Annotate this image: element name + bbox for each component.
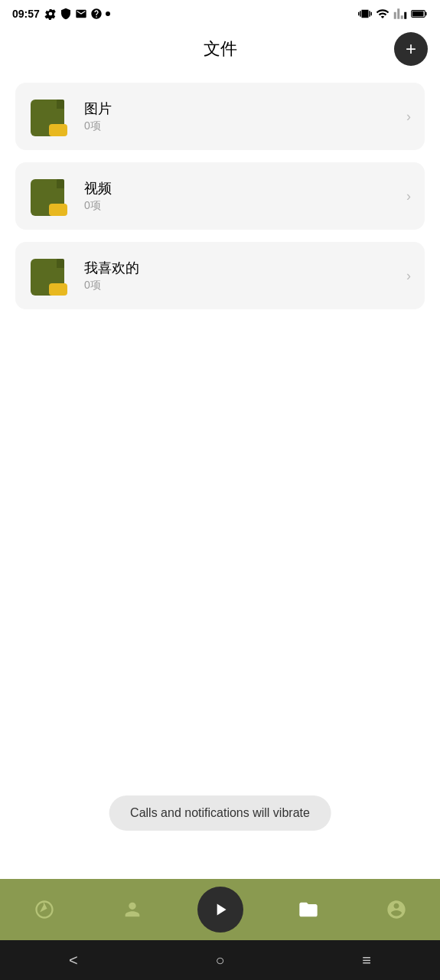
svg-rect-1 [425,12,426,15]
svg-rect-2 [412,11,424,17]
main-content: 图片 0项 › 视频 0项 › [0,70,440,879]
play-icon [210,900,230,920]
file-name-images: 图片 [84,100,400,118]
bottom-nav [0,879,440,940]
shield-icon [60,8,72,20]
help-icon [90,8,103,20]
folder-icon-images [29,95,69,139]
svg-rect-4 [57,100,64,109]
file-count-images: 0项 [84,119,400,133]
back-button[interactable]: < [54,945,93,975]
status-right-icons [358,7,428,21]
folder-icon-favorites [29,254,69,299]
vibrate-toast: Calls and notifications will vibrate [109,795,331,831]
compass-icon [34,899,55,920]
add-button[interactable]: + [394,32,428,66]
file-item-images[interactable]: 图片 0项 › [15,83,425,150]
svg-rect-7 [57,179,64,188]
page-header: 文件 + [0,28,440,70]
wifi-icon [376,7,389,21]
battery-icon [411,8,428,19]
contacts-icon [122,899,143,920]
nav-item-discover[interactable] [21,887,67,933]
file-item-favorites[interactable]: 我喜欢的 0项 › [15,242,425,309]
status-time: 09:57 [12,8,110,20]
chevron-icon-favorites: › [406,268,411,284]
file-icon-images [29,95,72,138]
file-info-videos: 视频 0项 [84,179,400,213]
file-item-videos[interactable]: 视频 0项 › [15,162,425,230]
signal-icon [393,7,407,21]
nav-item-profile[interactable] [373,887,419,933]
menu-button[interactable]: ≡ [347,945,386,975]
mail-icon [75,8,87,20]
chevron-icon-videos: › [406,188,411,204]
status-bar: 09:57 [0,0,440,28]
nav-item-play[interactable] [197,887,243,933]
file-icon-videos [29,175,72,217]
profile-icon [386,899,407,920]
file-name-videos: 视频 [84,179,400,198]
settings-icon [44,8,57,20]
nav-item-contacts[interactable] [109,887,155,933]
file-info-favorites: 我喜欢的 0项 [84,259,400,292]
svg-rect-11 [49,283,67,296]
svg-rect-5 [49,124,67,136]
file-info-images: 图片 0项 [84,100,400,133]
system-nav: < ○ ≡ [0,940,440,980]
files-icon [298,899,319,920]
folder-icon-videos [29,175,69,219]
home-button[interactable]: ○ [200,945,239,975]
page-title: 文件 [204,38,237,60]
nav-item-files[interactable] [285,887,331,933]
file-icon-favorites [29,254,72,297]
file-count-videos: 0项 [84,199,400,213]
status-left-icons [44,8,110,20]
vibrate-icon [358,7,372,21]
file-name-favorites: 我喜欢的 [84,259,400,277]
file-count-favorites: 0项 [84,279,400,292]
notification-dot [106,11,110,16]
svg-rect-8 [49,204,67,216]
chevron-icon-images: › [406,109,411,125]
svg-rect-10 [57,259,64,268]
